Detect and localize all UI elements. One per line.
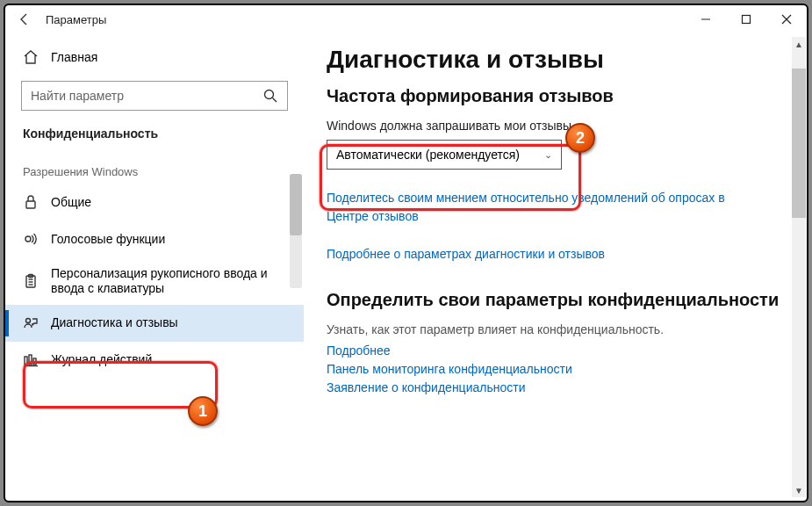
section-heading-privacy: Определить свои параметры конфиденциальн… (327, 290, 791, 310)
svg-point-5 (25, 236, 31, 242)
dropdown-label: Windows должна запрашивать мои отзывы (327, 119, 791, 133)
svg-point-11 (26, 318, 31, 322)
svg-rect-4 (26, 201, 35, 208)
svg-point-2 (265, 90, 274, 99)
sidebar-item-label: Голосовые функции (51, 232, 286, 247)
svg-rect-14 (33, 358, 36, 365)
sidebar-item-diagnostics[interactable]: Диагностика и отзывы (5, 305, 304, 342)
minimize-button[interactable] (686, 5, 726, 33)
svg-rect-1 (743, 16, 751, 24)
sidebar-item-general[interactable]: Общие (5, 184, 304, 220)
sidebar-item-label: Общие (51, 195, 286, 210)
search-input[interactable]: Найти параметр (21, 81, 288, 111)
sidebar-item-label: Диагностика и отзывы (51, 315, 286, 330)
main-scrollbar-thumb[interactable] (792, 69, 806, 218)
sidebar-group-label: Разрешения Windows (5, 149, 304, 184)
home-icon (23, 49, 39, 65)
dropdown-value: Автоматически (рекомендуется) (336, 148, 520, 162)
search-icon (262, 88, 278, 104)
sidebar-category: Конфиденциальность (5, 123, 304, 149)
sidebar-item-inking[interactable]: Персонализация рукописного ввода и ввода… (5, 257, 304, 305)
lock-icon (23, 194, 39, 210)
history-icon (23, 352, 39, 368)
feedback-frequency-dropdown[interactable]: Автоматически (рекомендуется) ⌄ (327, 140, 562, 170)
sidebar-home[interactable]: Главная (5, 42, 304, 72)
voice-icon (23, 231, 39, 247)
close-button[interactable] (766, 5, 807, 33)
back-button[interactable] (11, 5, 39, 33)
sidebar-item-activity[interactable]: Журнал действий (5, 342, 304, 379)
chevron-down-icon: ⌄ (544, 149, 552, 161)
svg-rect-13 (29, 355, 32, 365)
link-learn-more-diag[interactable]: Подробнее о параметрах диагностики и отз… (327, 245, 748, 264)
sidebar-item-label: Журнал действий (51, 352, 286, 367)
privacy-desc: Узнать, как этот параметр влияет на конф… (327, 322, 791, 336)
sidebar-item-label: Персонализация рукописного ввода и ввода… (51, 266, 286, 296)
maximize-button[interactable] (726, 5, 766, 33)
page-title: Диагностика и отзывы (327, 46, 791, 74)
feedback-icon (23, 315, 39, 331)
svg-rect-12 (25, 357, 27, 365)
main-content: Диагностика и отзывы Частота формировани… (304, 33, 807, 501)
sidebar-scrollbar-thumb[interactable] (290, 174, 302, 235)
sidebar: Главная Найти параметр Конфиденциальност… (5, 33, 304, 501)
link-more[interactable]: Подробнее (327, 342, 791, 360)
sidebar-home-label: Главная (51, 50, 97, 64)
scroll-down-arrow[interactable]: ▼ (792, 483, 806, 497)
link-privacy-dashboard[interactable]: Панель мониторинга конфиденциальности (327, 360, 791, 379)
sidebar-item-voice[interactable]: Голосовые функции (5, 220, 304, 257)
svg-line-3 (273, 98, 277, 103)
scroll-up-arrow[interactable]: ▲ (792, 37, 806, 51)
link-feedback-hub[interactable]: Поделитесь своим мнением относительно ув… (327, 189, 748, 226)
search-placeholder: Найти параметр (31, 89, 124, 103)
section-heading: Частота формирования отзывов (327, 86, 791, 106)
link-privacy-statement[interactable]: Заявление о конфиденциальности (327, 379, 791, 397)
clipboard-icon (23, 273, 39, 289)
window-title: Параметры (46, 13, 106, 26)
